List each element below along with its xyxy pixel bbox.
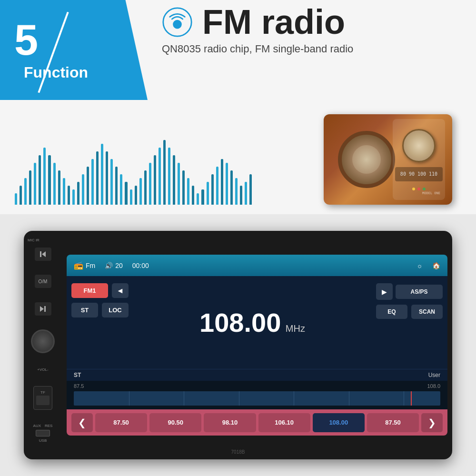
next-preset-button[interactable]: ❯: [421, 413, 443, 432]
mode-indicator: 📻 Fm: [74, 261, 95, 270]
viz-bar-34: [178, 163, 180, 205]
res-label: RES: [45, 424, 52, 428]
preset-button-1[interactable]: 90.50: [149, 413, 201, 432]
fm-title-row: FM radio: [162, 5, 345, 39]
freq-line-4: [294, 391, 294, 406]
viz-bar-22: [120, 174, 122, 205]
tf-card-indicator: [36, 396, 50, 405]
viz-bar-4: [34, 163, 36, 205]
viz-bar-46: [235, 178, 238, 205]
brightness-indicator: ☼: [416, 262, 423, 269]
car-radio-device: MIC IR O/M +VOL- TF: [24, 231, 452, 459]
viz-bar-10: [63, 178, 65, 205]
volume-value: 20: [115, 262, 123, 269]
dot-yellow: [412, 188, 415, 190]
viz-bar-16: [91, 159, 94, 205]
viz-bar-35: [182, 170, 185, 205]
brightness-icon: ☼: [416, 262, 423, 269]
device-section: MIC IR O/M +VOL- TF: [0, 214, 476, 476]
frequency-value: 108.00: [199, 307, 281, 337]
tf-card-slot[interactable]: TF: [33, 386, 52, 410]
radio-tuning-dial: [402, 129, 436, 162]
skip-back-icon: [39, 250, 47, 258]
loc-button[interactable]: LOC: [102, 303, 129, 317]
viz-bar-49: [249, 174, 252, 205]
fm-mode-icon: 📻: [74, 261, 83, 270]
user-bar-label: User: [428, 372, 440, 378]
left-screen-buttons: FM1 ◄ ST LOC: [67, 276, 133, 369]
svg-point-1: [173, 20, 182, 29]
top-section: 5 Function FM radio QN8035 radio chip, F…: [0, 0, 476, 109]
om-label: O/M: [39, 279, 48, 284]
freq-line-6: [404, 391, 404, 406]
volume-knob[interactable]: [31, 329, 55, 353]
middle-section: 80 90 100 110 MODEL ONE: [0, 109, 476, 214]
preset-button-5[interactable]: 87.50: [367, 413, 419, 432]
play-button[interactable]: ▶: [376, 283, 393, 300]
viz-bar-15: [87, 167, 89, 205]
frequency-unit: MHz: [286, 323, 305, 334]
skip-back-button[interactable]: [35, 248, 51, 261]
radio-device-image: 80 90 100 110 MODEL ONE: [324, 114, 452, 205]
preset-button-4[interactable]: 108.00: [313, 413, 365, 432]
viz-bar-29: [154, 155, 156, 205]
st-button[interactable]: ST: [71, 303, 98, 317]
usb-label: USB: [39, 438, 47, 443]
badge-background: 5 Function: [0, 0, 148, 100]
svg-rect-5: [44, 306, 46, 312]
freq-scale-lines: [74, 391, 440, 406]
viz-bar-38: [197, 193, 199, 205]
viz-bar-41: [211, 174, 214, 205]
preset-buttons-bar: ❮87.5090.5098.10106.10108.0087.50❯: [67, 409, 447, 436]
screen-main: FM1 ◄ ST LOC 108.00 MHz: [67, 276, 447, 369]
dot-red: [417, 188, 420, 190]
badge-function-text: Function: [24, 64, 133, 81]
as-ps-button[interactable]: AS/PS: [396, 285, 443, 299]
preset-button-0[interactable]: 87.50: [95, 413, 147, 432]
prev-station-button[interactable]: ◄: [112, 283, 129, 298]
viz-bar-43: [221, 159, 223, 205]
fm1-button[interactable]: FM1: [71, 283, 108, 298]
screen-topbar: 📻 Fm 🔊 20 00:00 ☼ 🏠: [67, 255, 447, 276]
viz-bar-11: [68, 186, 70, 205]
scan-button[interactable]: SCAN: [411, 305, 443, 319]
preset-button-2[interactable]: 98.10: [204, 413, 256, 432]
freq-position-indicator: [411, 391, 412, 406]
viz-bar-3: [29, 170, 31, 205]
viz-bar-2: [24, 178, 27, 205]
aux-usb-area: AUX RES USB: [33, 424, 53, 443]
viz-bar-42: [216, 167, 218, 205]
usb-port[interactable]: [36, 430, 50, 436]
viz-bar-30: [159, 148, 161, 205]
viz-bar-39: [201, 189, 204, 205]
frequency-display: 108.00 MHz: [199, 309, 305, 336]
radio-dial-area: 80 90 100 110: [393, 119, 445, 200]
skip-forward-button[interactable]: [35, 302, 51, 316]
viz-bar-21: [115, 167, 118, 205]
freq-scale-numbers: 87.5 108.0: [67, 381, 447, 391]
preset-button-3[interactable]: 106.10: [258, 413, 310, 432]
viz-bar-47: [240, 186, 242, 205]
fm1-row: FM1 ◄: [71, 283, 129, 298]
time-value: 00:00: [132, 262, 149, 269]
viz-bar-6: [43, 148, 46, 205]
eq-button[interactable]: EQ: [376, 305, 407, 319]
radio-speaker-inner: [352, 145, 381, 174]
viz-bar-12: [72, 189, 75, 205]
asps-row: ▶ AS/PS: [376, 283, 443, 300]
svg-marker-2: [42, 251, 46, 257]
right-screen-buttons: ▶ AS/PS EQ SCAN: [371, 276, 447, 369]
sound-visualization: [14, 119, 252, 205]
left-controls: MIC IR O/M +VOL- TF: [24, 231, 62, 459]
prev-preset-button[interactable]: ❮: [71, 413, 93, 432]
frequency-scale-bar: 87.5 108.0: [67, 381, 447, 409]
radio-freq-display: 80 90 100 110: [395, 167, 443, 181]
st-loc-row: ST LOC: [71, 303, 129, 317]
viz-bar-20: [110, 159, 113, 205]
svg-marker-4: [40, 306, 44, 312]
om-button[interactable]: O/M: [35, 275, 51, 288]
viz-bar-25: [135, 186, 137, 205]
viz-bar-45: [230, 170, 233, 205]
home-indicator: 🏠: [432, 262, 440, 269]
device-screen: 📻 Fm 🔊 20 00:00 ☼ 🏠: [67, 255, 447, 436]
